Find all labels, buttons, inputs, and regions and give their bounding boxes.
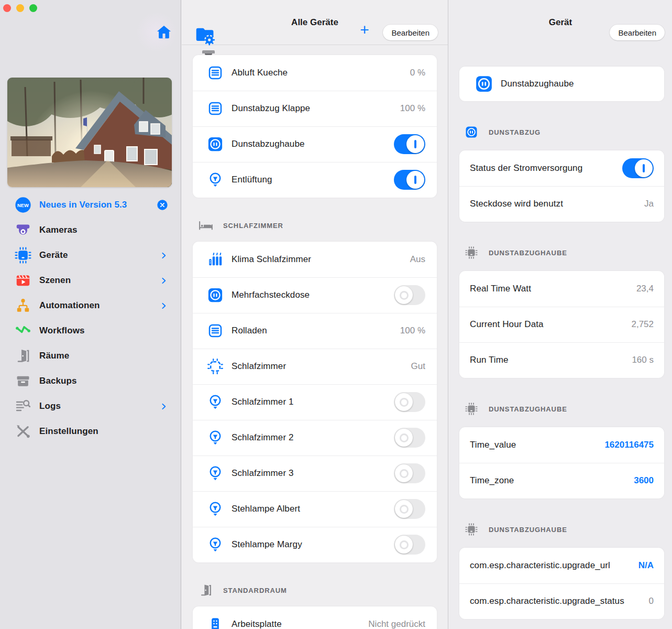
close-icon[interactable] (157, 199, 168, 211)
selected-device-card[interactable]: Dunstabzughaube (459, 67, 664, 101)
device-row-arbeitsplatte[interactable]: ArbeitsplatteNicht gedrückt (193, 606, 437, 629)
sidebar-item-neues-in-version-5-3[interactable]: NEWNeues in Version 5.3 (0, 192, 181, 218)
bulb-icon (207, 430, 223, 446)
device-row-rolladen[interactable]: Rolladen100 % (193, 313, 437, 349)
device-name: Mehrfachsteckdose (232, 290, 394, 300)
toggle-switch[interactable] (394, 535, 425, 555)
characteristic-row-time-zone[interactable]: Time_zone3600 (459, 463, 664, 498)
device-row-entl-ftung[interactable]: Entlüftung (193, 162, 437, 198)
toggle-switch[interactable] (394, 463, 425, 483)
device-name: Abluft Kueche (232, 68, 410, 78)
device-row-dunstabzughaube[interactable]: Dunstabzughaube (193, 126, 437, 162)
camera-icon (15, 222, 31, 238)
characteristic-value: 0 (649, 596, 654, 606)
characteristic-row-com-esp-characteristic-upgrade-url[interactable]: com.esp.characteristic.upgrade_urlN/A (459, 548, 664, 583)
device-row-mehrfachsteckdose[interactable]: Mehrfachsteckdose (193, 277, 437, 313)
characteristic-value[interactable]: 1620116475 (604, 440, 654, 450)
outlet-icon (475, 75, 493, 93)
sidebar-item-szenen[interactable]: Szenen (0, 268, 181, 293)
outlet-icon (207, 287, 223, 303)
characteristic-row-steckdose-wird-benutzt[interactable]: Steckdose wird benutztJa (459, 186, 664, 222)
sidebar-item-workflows[interactable]: Workflows (0, 318, 181, 343)
device-name: Schlafzimmer 2 (232, 432, 394, 443)
selected-device-row[interactable]: Dunstabzughaube (459, 67, 664, 101)
device-value: Gut (411, 361, 425, 372)
characteristics-card: Time_value1620116475Time_zone3600 (459, 427, 664, 498)
device-value: 100 % (400, 326, 425, 336)
device-row-schlafzimmer-2[interactable]: Schlafzimmer 2 (193, 420, 437, 456)
device-name: Rolladen (232, 326, 400, 336)
sidebar-item-automationen[interactable]: Automationen (0, 293, 181, 318)
characteristic-row-com-esp-characteristic-upgrade-status[interactable]: com.esp.characteristic.upgrade_status0 (459, 583, 664, 619)
door-icon (199, 583, 213, 598)
device-row-abluft-kueche[interactable]: Abluft Kueche0 % (193, 55, 437, 91)
close-window-button[interactable] (3, 4, 11, 12)
sidebar-item-backups[interactable]: Backups (0, 368, 181, 394)
logs-icon (15, 398, 31, 415)
characteristic-label: Time_zone (470, 475, 634, 486)
chevron-right-icon (159, 276, 168, 285)
sidebar-item-label: Einstellungen (39, 426, 168, 437)
bulb-icon (207, 501, 223, 517)
sidebar-item-kameras[interactable]: Kameras (0, 218, 181, 243)
device-row-stehlampe-margy[interactable]: Stehlampe Margy (193, 527, 437, 562)
characteristic-row-time-value[interactable]: Time_value1620116475 (459, 427, 664, 463)
toggle-switch[interactable] (622, 158, 654, 178)
device-value: Nicht gedrückt (368, 619, 425, 629)
characteristic-value[interactable]: 3600 (634, 475, 654, 486)
device-row-schlafzimmer-1[interactable]: Schlafzimmer 1 (193, 384, 437, 420)
toggle-switch[interactable] (394, 428, 425, 448)
device-row-klima-schlafzimmer[interactable]: Klima SchlafzimmerAus (193, 242, 437, 277)
device-value: 0 % (410, 68, 425, 78)
toggle-knob (395, 536, 413, 554)
toggle-off-glyph (400, 469, 409, 478)
tools-icon (15, 423, 31, 440)
sidebar-item-r-ume[interactable]: Räume (0, 343, 181, 368)
blind-icon (207, 65, 223, 81)
bed-icon (199, 218, 213, 233)
characteristic-row-run-time[interactable]: Run Time160 s (459, 342, 664, 378)
add-button[interactable]: + (357, 22, 372, 38)
toggle-knob (406, 171, 424, 189)
edit-device-button[interactable]: Bearbeiten (610, 25, 665, 40)
sidebar-item-logs[interactable]: Logs (0, 394, 181, 419)
device-row-schlafzimmer-3[interactable]: Schlafzimmer 3 (193, 456, 437, 491)
characteristic-value: 23,4 (636, 284, 654, 294)
toggle-off-glyph (400, 540, 409, 549)
edit-devices-button[interactable]: Bearbeiten (383, 25, 438, 40)
toggle-switch[interactable] (394, 499, 425, 519)
characteristic-label: Status der Stromversorgung (470, 163, 622, 173)
house-photo (7, 78, 172, 187)
toggle-switch[interactable] (394, 285, 425, 305)
chevron-right-icon (159, 402, 168, 411)
sidebar-item-ger-te[interactable]: Geräte (0, 243, 181, 268)
home-icon[interactable] (156, 24, 172, 40)
device-row-schlafzimmer[interactable]: SchlafzimmerGut (193, 349, 437, 384)
sidebar-item-label: Backups (39, 376, 168, 386)
bulb-icon (207, 537, 223, 552)
toggle-switch[interactable] (394, 134, 425, 154)
service-header-dunstabzug: DUNSTABZUG (465, 125, 664, 139)
characteristic-value[interactable]: N/A (638, 560, 654, 571)
characteristic-row-current-hour-data[interactable]: Current Hour Data2,752 (459, 307, 664, 342)
minimize-window-button[interactable] (16, 4, 24, 12)
device-row-dunstabzug-klappe[interactable]: Dunstabzug Klappe100 % (193, 91, 437, 126)
toggle-off-glyph (400, 291, 409, 300)
sidebar-item-label: Räume (39, 351, 168, 361)
archive-icon (15, 373, 31, 389)
characteristic-label: Steckdose wird benutzt (470, 199, 644, 209)
characteristic-label: com.esp.characteristic.upgrade_status (470, 596, 649, 606)
zoom-window-button[interactable] (29, 4, 37, 12)
devices-panel: Alle Geräte + Bearbeiten Abluft Kueche0 … (182, 0, 448, 629)
blind-icon (207, 101, 223, 116)
toggle-switch[interactable] (394, 170, 425, 190)
sidebar-item-einstellungen[interactable]: Einstellungen (0, 419, 181, 444)
automation-icon (15, 297, 31, 314)
characteristic-row-real-time-watt[interactable]: Real Time Watt23,4 (459, 271, 664, 307)
service-label: DUNSTABZUG (489, 128, 541, 136)
scenes-icon (15, 272, 31, 289)
device-row-stehlampe-albert[interactable]: Stehlampe Albert (193, 491, 437, 527)
characteristic-row-status-der-stromversorgung[interactable]: Status der Stromversorgung (459, 150, 664, 186)
toggle-knob (395, 286, 413, 304)
toggle-switch[interactable] (394, 392, 425, 412)
